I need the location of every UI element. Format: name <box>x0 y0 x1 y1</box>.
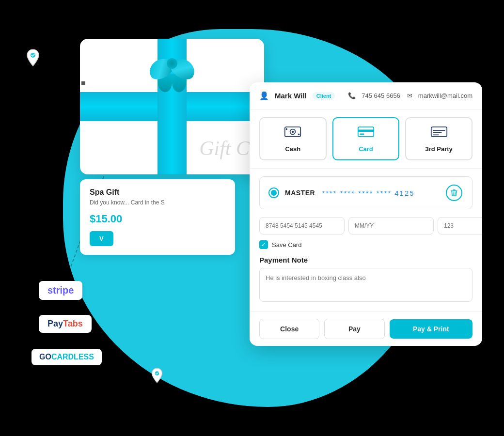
svg-point-4 <box>298 134 300 136</box>
pay-print-button[interactable]: Pay & Print <box>390 319 472 339</box>
card-cvv-input[interactable] <box>438 217 482 234</box>
modal-footer: Close Pay Pay & Print <box>250 311 482 346</box>
spa-gift-card-info: Spa Gift Did you know... Card in the S $… <box>80 179 235 255</box>
svg-point-3 <box>286 128 288 130</box>
go-label: GO <box>39 353 51 361</box>
stripe-badge: stripe <box>39 281 82 300</box>
paytabs-pay-label: Pay <box>47 319 63 328</box>
spa-card-price: $15.00 <box>90 213 225 225</box>
save-card-checkbox[interactable]: ✓ <box>259 240 268 249</box>
card-masked-number: **** **** **** **** 4125 <box>322 189 439 197</box>
payment-type-tabs: Cash Card 3rd Par <box>250 109 482 169</box>
decorative-square <box>81 81 85 85</box>
user-icon: 👤 <box>259 91 269 100</box>
payment-note-title: Payment Note <box>259 256 472 264</box>
spa-card-description: Did you know... Card in the S <box>90 199 225 207</box>
cardless-label: CARDLESS <box>51 353 94 361</box>
cash-icon <box>284 125 301 141</box>
phone-icon: 📞 <box>348 92 356 99</box>
modal-header: 👤 Mark Will Client 📞 745 645 6656 ✉ mark… <box>250 82 482 109</box>
card-expiry-input[interactable] <box>348 217 434 234</box>
tab-cash[interactable]: Cash <box>259 117 327 160</box>
svg-rect-11 <box>433 134 439 135</box>
tab-third-party-label: 3rd Party <box>425 145 452 153</box>
saved-card-row: MASTER **** **** **** **** 4125 <box>259 176 472 209</box>
tab-cash-label: Cash <box>285 145 300 153</box>
ribbon-bow <box>143 48 201 92</box>
save-card-label: Save Card <box>272 241 301 249</box>
svg-rect-9 <box>433 130 445 131</box>
modal-email: markwill@mail.com <box>418 92 472 99</box>
card-input-fields <box>250 217 482 234</box>
bow-center <box>167 58 177 69</box>
gift-card-text: Gift C <box>199 137 250 160</box>
stripe-label: stripe <box>47 285 74 296</box>
third-party-icon <box>430 125 448 141</box>
modal-phone: 745 645 6656 <box>362 92 400 99</box>
gift-card-image: Gift C <box>80 39 264 174</box>
pay-button[interactable]: Pay <box>324 319 384 339</box>
modal-header-right: 📞 745 645 6656 ✉ markwill@mail.com <box>348 92 472 99</box>
save-card-row: ✓ Save Card <box>250 240 482 249</box>
payment-note-section: Payment Note <box>250 256 482 304</box>
tab-third-party[interactable]: 3rd Party <box>405 117 472 160</box>
spa-card-button[interactable]: V <box>90 231 113 246</box>
client-badge: Client <box>313 92 335 100</box>
svg-rect-10 <box>433 132 441 133</box>
payment-modal: 👤 Mark Will Client 📞 745 645 6656 ✉ mark… <box>250 82 482 346</box>
gocardless-badge: GOCARDLESS <box>32 349 102 365</box>
tab-card-label: Card <box>359 145 373 153</box>
card-icon <box>357 125 375 141</box>
email-icon: ✉ <box>407 92 412 99</box>
card-brand: MASTER <box>285 189 315 197</box>
payment-note-input[interactable] <box>259 268 472 302</box>
delete-card-button[interactable] <box>446 185 462 201</box>
close-button[interactable]: Close <box>259 319 319 339</box>
card-number-input[interactable] <box>259 217 345 234</box>
svg-point-2 <box>292 131 294 133</box>
spa-card-title: Spa Gift <box>90 188 225 197</box>
modal-username: Mark Will <box>275 92 307 100</box>
radio-selected[interactable] <box>269 188 278 197</box>
location-pin-1 <box>25 48 41 69</box>
svg-rect-6 <box>358 130 374 132</box>
svg-rect-7 <box>360 134 364 135</box>
location-pin-2 <box>150 367 164 386</box>
paytabs-badge: PayTabs <box>39 315 92 333</box>
tab-card[interactable]: Card <box>332 117 400 160</box>
paytabs-tabs-label: Tabs <box>63 319 83 328</box>
